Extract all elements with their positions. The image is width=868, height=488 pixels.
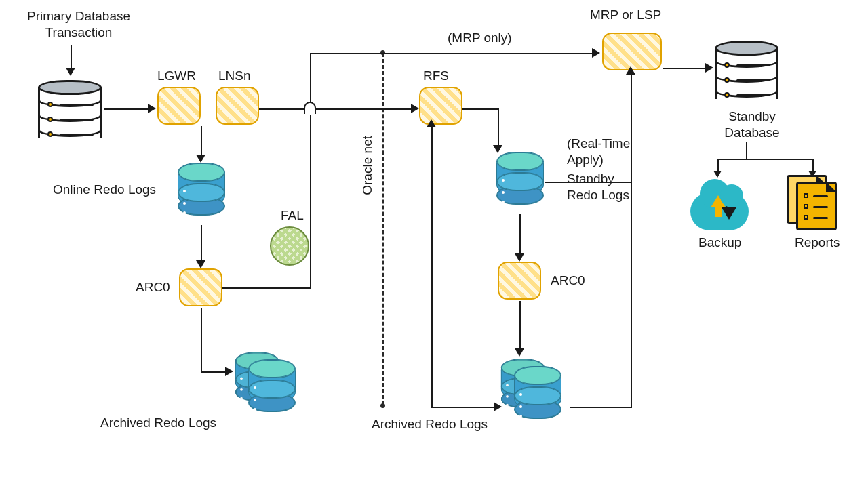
arc0-right-box xyxy=(498,262,541,300)
online-redo-logs-icon xyxy=(178,163,225,224)
lgwr-box xyxy=(157,87,201,125)
lnsn-box xyxy=(216,87,259,125)
rfs-label: RFS xyxy=(423,68,449,84)
mrp-lsp-box xyxy=(602,33,662,70)
mrp-lsp-label: MRP or LSP xyxy=(590,7,661,23)
archived-redo-left-label: Archived Redo Logs xyxy=(100,415,216,431)
fal-node xyxy=(270,226,309,266)
reports-label: Reports xyxy=(795,235,840,251)
backup-icon xyxy=(690,192,749,230)
lnsn-label: LNSn xyxy=(218,68,251,84)
standby-db-title: Standby Database xyxy=(715,108,789,141)
primary-db-title: Primary Database Transaction xyxy=(4,8,153,41)
rfs-box xyxy=(419,87,462,125)
oracle-net-label: Oracle net xyxy=(359,136,376,195)
diagram-canvas: Primary Database Transaction MRP or LSP … xyxy=(0,0,868,488)
archived-redo-left-icon xyxy=(233,350,301,418)
backup-label: Backup xyxy=(698,235,741,251)
arc0-left-box xyxy=(179,268,222,306)
realtime-apply-annotation: (Real-Time Apply) xyxy=(567,136,630,168)
archived-redo-right-label: Archived Redo Logs xyxy=(372,416,488,432)
arc0-right-label: ARC0 xyxy=(551,272,585,289)
arc0-left-label: ARC0 xyxy=(136,279,170,296)
standby-database-icon xyxy=(715,41,778,106)
mrp-only-annotation: (MRP only) xyxy=(448,30,512,46)
archived-redo-right-icon xyxy=(499,357,567,424)
standby-redo-logs-label: Standby Redo Logs xyxy=(567,171,629,203)
lgwr-label: LGWR xyxy=(157,68,196,84)
fal-label: FAL xyxy=(281,207,304,224)
standby-redo-logs-icon xyxy=(496,152,544,213)
primary-database-icon xyxy=(38,80,102,145)
online-redo-logs-label: Online Redo Logs xyxy=(53,182,156,198)
network-divider xyxy=(382,53,384,405)
reports-icon xyxy=(787,175,841,233)
